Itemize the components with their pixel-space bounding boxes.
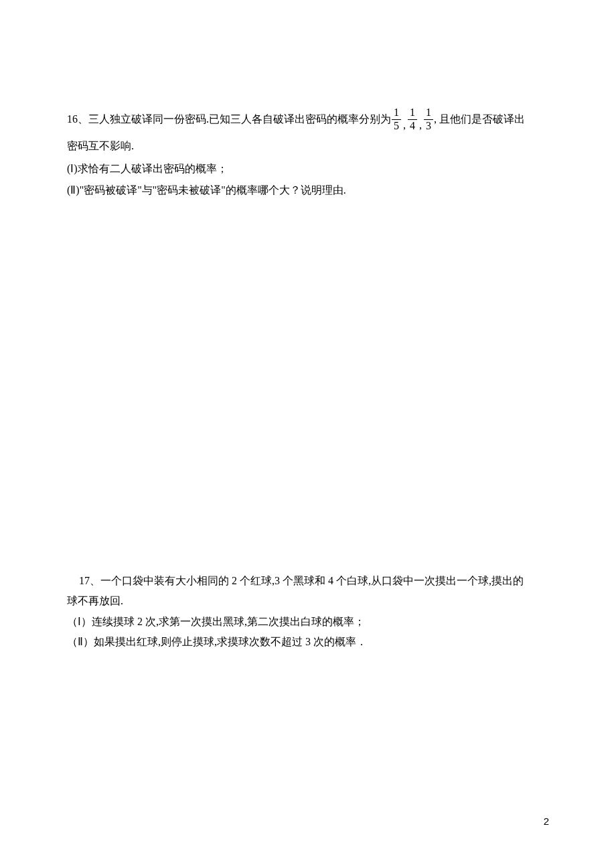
problem-16-part-1: (Ⅰ)求恰有二人破译出密码的概率； [67,159,552,179]
fraction-separator: , [418,120,423,132]
document-page: 16、三人独立破译同一份密码.已知三人各自破译出密码的概率分别为 1 5 , 1… [0,0,616,652]
fraction-1-numerator: 1 [392,107,401,119]
fraction-2: 1 4 [408,107,417,132]
problem-17-part-1: （Ⅰ）连续摸球 2 次,求第一次摸出黑球,第二次摸出白球的概率； [67,612,552,632]
problem-17: 17、一个口袋中装有大小相同的 2 个红球,3 个黑球和 4 个白球,从口袋中一… [67,571,552,653]
problem-16-text-before-fractions: 16、三人独立破译同一份密码.已知三人各自破译出密码的概率分别为 [67,109,391,129]
fractions-group: 1 5 , 1 4 , 1 3 [391,107,434,132]
problem-16: 16、三人独立破译同一份密码.已知三人各自破译出密码的概率分别为 1 5 , 1… [67,107,552,201]
fraction-separator: , [402,120,407,132]
fraction-2-numerator: 1 [408,107,417,119]
fraction-2-denominator: 4 [408,119,417,132]
fraction-3-numerator: 1 [424,107,433,119]
problem-17-part-2: （Ⅱ）如果摸出红球,则停止摸球,求摸球次数不超过 3 次的概率． [67,632,552,652]
problem-16-part-2: (Ⅱ)"密码被破译"与"密码未被破译"的概率哪个大？说明理由. [67,180,552,200]
page-number: 2 [544,812,549,832]
fraction-1-denominator: 5 [392,119,401,132]
fraction-1: 1 5 [392,107,401,132]
fraction-3: 1 3 [424,107,433,132]
problem-17-intro-line-2: 球不再放回. [67,591,552,611]
problem-16-intro-line-1: 16、三人独立破译同一份密码.已知三人各自破译出密码的概率分别为 1 5 , 1… [67,107,552,132]
problem-16-intro-line-2: 密码互不影响. [67,136,552,156]
problem-16-text-after-fractions: , 且他们是否破译出 [434,109,525,129]
fraction-3-denominator: 3 [424,119,433,132]
problem-17-intro-line-1: 17、一个口袋中装有大小相同的 2 个红球,3 个黑球和 4 个白球,从口袋中一… [79,571,552,591]
